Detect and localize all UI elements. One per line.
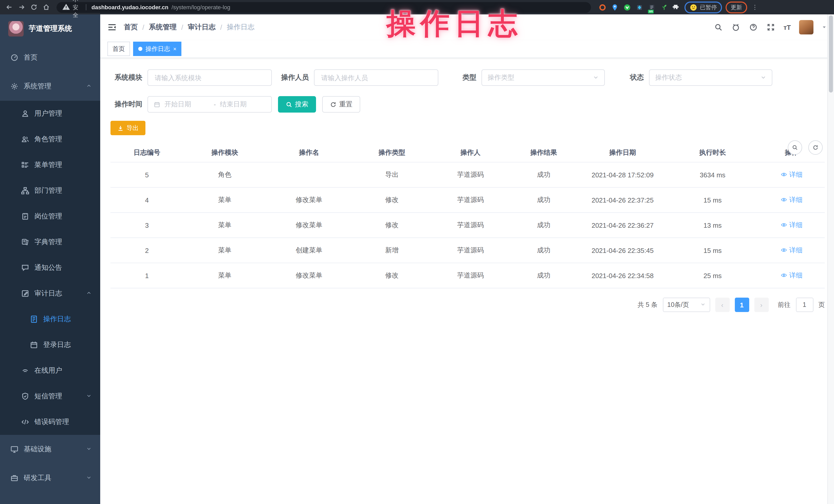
sidebar-item-4[interactable]: 菜单管理 (0, 152, 100, 178)
sidebar-item-14[interactable]: 错误码管理 (0, 409, 100, 435)
calendar-icon (154, 101, 160, 108)
sidebar-item-13[interactable]: 短信管理 (0, 384, 100, 409)
breadcrumb-item-2[interactable]: 审计日志 (188, 23, 216, 32)
message-icon (21, 264, 29, 272)
date-range-picker[interactable]: 开始日期 - 结束日期 (148, 96, 272, 113)
detail-link[interactable]: 详细 (781, 246, 803, 255)
sidebar-item-0[interactable]: 首页 (0, 43, 100, 72)
column-header: 操作类型 (352, 144, 432, 162)
not-secure-warning[interactable]: 不安全 (62, 0, 81, 19)
shield-icon (21, 392, 29, 400)
operator-input[interactable] (314, 69, 438, 86)
tags-bar: 首页操作日志× (100, 40, 834, 58)
detail-link[interactable]: 详细 (781, 220, 803, 230)
operator-input-field[interactable] (320, 73, 432, 82)
table-cell: 成功 (509, 188, 578, 213)
next-page-button[interactable]: › (754, 298, 768, 312)
type-select[interactable]: 操作类型 (482, 69, 605, 86)
extension-green-sprout-icon[interactable] (660, 3, 668, 12)
extension-paused-group[interactable]: 已暂停 (684, 1, 722, 13)
home-icon[interactable] (41, 2, 51, 12)
show-search-icon[interactable] (788, 140, 802, 155)
sidebar-fold-icon[interactable] (107, 23, 117, 32)
github-icon[interactable] (731, 23, 740, 32)
sidebar-item-15[interactable]: 基础设施 (0, 435, 100, 464)
help-icon[interactable] (748, 23, 758, 32)
status-select[interactable]: 操作状态 (649, 69, 772, 86)
breadcrumb-item-3: 操作日志 (227, 23, 255, 32)
table-cell: 25 ms (667, 263, 759, 288)
reload-icon[interactable] (29, 2, 39, 12)
extension-dark-on-icon[interactable]: on (648, 3, 656, 12)
table-cell-actions: 详细 (758, 263, 825, 288)
extension-on-badge: on (648, 9, 654, 13)
browser-menu-icon[interactable]: ⋮ (752, 4, 758, 11)
user-caret-icon[interactable] (822, 23, 827, 32)
detail-link-label: 详细 (789, 271, 803, 280)
detail-link[interactable]: 详细 (781, 170, 803, 179)
search-button[interactable]: 搜索 (278, 96, 316, 113)
table-cell: 菜单 (183, 188, 266, 213)
export-button[interactable]: 导出 (110, 121, 146, 135)
scrollbar-thumb[interactable] (829, 16, 833, 92)
sidebar-item-1[interactable]: 系统管理 (0, 72, 100, 101)
sidebar-item-5[interactable]: 部门管理 (0, 178, 100, 203)
logo-image (8, 21, 24, 37)
window-scrollbar[interactable] (827, 15, 834, 504)
extension-blue-gem-icon[interactable] (635, 3, 644, 12)
detail-link[interactable]: 详细 (781, 195, 803, 204)
paused-label: 已暂停 (700, 3, 717, 11)
goto-page-input[interactable]: 1 (796, 298, 813, 312)
module-input[interactable] (148, 69, 272, 86)
breadcrumb-item-1[interactable]: 系统管理 (149, 23, 177, 32)
range-separator: - (214, 101, 216, 108)
page-content: 系统模块 操作人员 类型 操作类型 状态 操作状态 (100, 58, 834, 494)
breadcrumb-item-0[interactable]: 首页 (124, 23, 138, 32)
sidebar-item-7[interactable]: 字典管理 (0, 229, 100, 255)
sidebar-item-9[interactable]: 审计日志 (0, 281, 100, 306)
extension-green-circle-icon[interactable] (623, 3, 632, 12)
fullscreen-icon[interactable] (766, 23, 775, 32)
sidebar-item-12[interactable]: 在线用户 (0, 358, 100, 384)
sidebar-item-label: 登录日志 (43, 340, 71, 350)
back-icon[interactable] (4, 2, 15, 12)
extension-puzzle-icon[interactable] (672, 3, 681, 12)
logo-row[interactable]: 芋道管理系统 (0, 15, 100, 43)
pagination: 共 5 条 10条/页 ‹ 1 › 前往 1 页 (110, 298, 825, 312)
reset-button[interactable]: 重置 (322, 96, 360, 113)
detail-link-label: 详细 (789, 195, 803, 204)
page-size-select[interactable]: 10条/页 (663, 298, 710, 312)
table-tools (788, 140, 823, 155)
current-page-button[interactable]: 1 (734, 298, 749, 312)
user-avatar[interactable] (799, 20, 813, 35)
sidebar-item-label: 岗位管理 (35, 212, 62, 221)
sidebar-item-10[interactable]: 操作日志 (0, 306, 100, 332)
search-icon[interactable] (714, 23, 723, 32)
detail-link[interactable]: 详细 (781, 271, 803, 280)
tag-0[interactable]: 首页 (107, 42, 130, 56)
sidebar-item-2[interactable]: 用户管理 (0, 101, 100, 127)
module-input-field[interactable] (154, 73, 266, 82)
sidebar-item-6[interactable]: 岗位管理 (0, 203, 100, 229)
table-cell: 成功 (509, 263, 578, 288)
sidebar-item-11[interactable]: 登录日志 (0, 332, 100, 358)
table-cell: 导出 (352, 162, 432, 188)
extension-orange-ring-icon[interactable] (598, 3, 607, 12)
sidebar-item-label: 短信管理 (35, 392, 62, 401)
table-cell: 芋道源码 (432, 162, 509, 188)
sidebar-item-label: 操作日志 (43, 314, 71, 324)
close-icon[interactable]: × (173, 46, 176, 52)
extension-blue-pin-icon[interactable] (611, 3, 619, 12)
prev-page-button[interactable]: ‹ (715, 298, 729, 312)
forward-icon[interactable] (17, 2, 27, 12)
url-path: /system/log/operate-log (172, 4, 231, 10)
font-size-icon[interactable]: тT (783, 23, 791, 31)
tag-1[interactable]: 操作日志× (133, 42, 182, 56)
browser-update-button[interactable]: 更新 (726, 1, 747, 13)
sidebar-item-16[interactable]: 研发工具 (0, 464, 100, 492)
refresh-table-icon[interactable] (808, 140, 823, 155)
sidebar-item-3[interactable]: 角色管理 (0, 127, 100, 152)
address-bar[interactable]: 不安全 dashboard.yudao.iocoder.cn/system/lo… (57, 2, 591, 13)
sidebar-item-8[interactable]: 通知公告 (0, 255, 100, 281)
main-panel: 首页/系统管理/审计日志/操作日志 тT 首页操作日志× 系统模块 (100, 15, 834, 504)
